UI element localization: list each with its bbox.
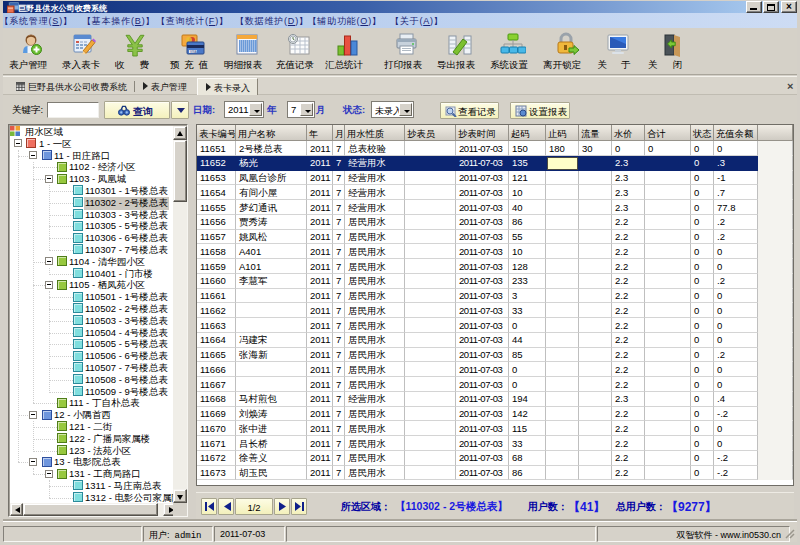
svg-text:VISA: VISA (190, 50, 197, 54)
